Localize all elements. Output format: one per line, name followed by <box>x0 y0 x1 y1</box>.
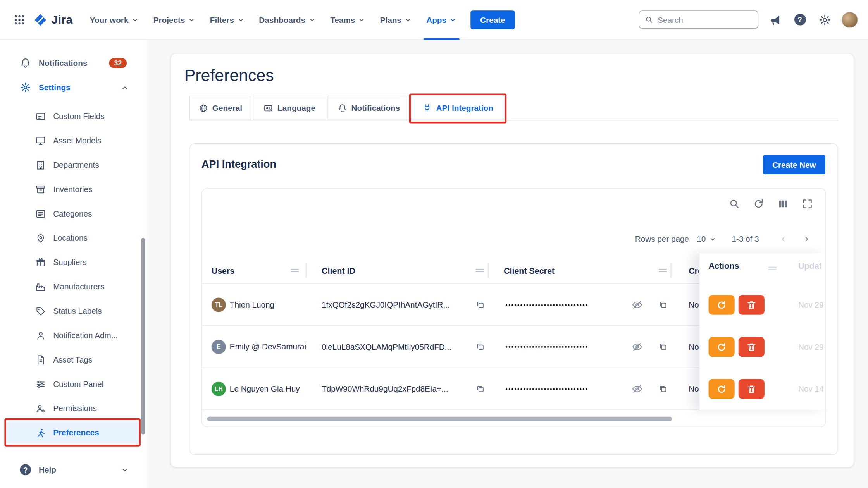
rows-per-page-select[interactable]: 10 <box>697 235 716 244</box>
sidebar-item-notification-admin[interactable]: Notification Adm... <box>0 323 147 347</box>
nav-projects[interactable]: Projects <box>146 0 203 40</box>
sidebar-item-status-labels[interactable]: Status Labels <box>0 299 147 323</box>
sidebar-item-manufacturers[interactable]: Manufacturers <box>0 275 147 299</box>
column-header-users[interactable]: Users <box>212 257 235 284</box>
sidebar-item-permissions[interactable]: Permissions <box>0 396 147 421</box>
tab-language[interactable]: Language <box>253 96 326 120</box>
chevron-down-icon <box>449 16 457 24</box>
previous-page-button[interactable] <box>775 231 791 247</box>
copy-client-id-button[interactable] <box>473 382 486 395</box>
column-resize-handle[interactable] <box>291 268 299 273</box>
navbar-right: ? <box>639 10 868 29</box>
globe-icon <box>198 103 208 112</box>
nav-filters[interactable]: Filters <box>203 0 251 40</box>
custom-fields-icon <box>35 111 46 121</box>
factory-icon <box>35 281 46 292</box>
tab-notifications[interactable]: Notifications <box>328 96 410 120</box>
chevron-left-icon <box>779 235 788 244</box>
copy-icon <box>475 342 484 351</box>
map-pin-icon <box>35 233 46 243</box>
tag-icon <box>35 306 46 316</box>
delete-key-button[interactable] <box>739 379 765 399</box>
table-fullscreen-button[interactable] <box>800 196 814 211</box>
regenerate-key-button[interactable] <box>709 337 735 357</box>
pagination-range: 1-3 of 3 <box>732 235 759 244</box>
nav-teams[interactable]: Teams <box>323 0 373 40</box>
api-integration-section: API Integration Create New <box>189 143 838 455</box>
copy-client-secret-button[interactable] <box>656 340 669 353</box>
gift-icon <box>35 257 46 268</box>
tab-general[interactable]: General <box>189 96 251 120</box>
copy-client-secret-button[interactable] <box>656 298 669 311</box>
reveal-secret-button[interactable] <box>629 339 645 354</box>
chevron-up-icon <box>121 83 129 91</box>
nav-your-work[interactable]: Your work <box>83 0 146 40</box>
delete-key-button[interactable] <box>739 295 765 314</box>
sidebar-item-notifications[interactable]: Notifications 32 <box>0 51 147 75</box>
search-input[interactable] <box>658 15 752 24</box>
top-navbar: Jira Your work Projects Filters Dashboar… <box>0 0 868 40</box>
nav-apps[interactable]: Apps <box>419 0 464 40</box>
copy-icon <box>658 384 667 393</box>
create-button[interactable]: Create <box>471 10 515 29</box>
sidebar-item-categories[interactable]: Categories <box>0 201 147 226</box>
client-secret-mask: •••••••••••••••••••••••••••• <box>505 385 628 392</box>
nav-dashboards[interactable]: Dashboards <box>252 0 323 40</box>
jira-logo[interactable]: Jira <box>33 12 73 27</box>
file-icon <box>35 354 46 365</box>
chevron-right-icon <box>802 235 811 244</box>
reveal-secret-button[interactable] <box>629 381 645 397</box>
section-title: API Integration <box>202 158 276 170</box>
copy-client-id-button[interactable] <box>473 298 486 311</box>
sidebar-item-help[interactable]: ? Help <box>0 457 147 482</box>
sidebar-item-inventories[interactable]: Inventories <box>0 177 147 201</box>
horizontal-scrollbar[interactable] <box>207 417 672 421</box>
regenerate-key-button[interactable] <box>709 295 735 314</box>
refresh-icon <box>716 342 727 352</box>
sidebar-item-custom-fields[interactable]: Custom Fields <box>0 104 147 129</box>
sidebar-item-custom-panel[interactable]: Custom Panel <box>0 372 147 396</box>
sidebar-item-locations[interactable]: Locations <box>0 226 147 250</box>
content-card: Preferences General Language <box>170 53 854 467</box>
tab-api-integration[interactable]: API Integration <box>411 96 504 120</box>
help-button[interactable]: ? <box>792 11 808 28</box>
sidebar-item-departments[interactable]: Departments <box>0 153 147 177</box>
sidebar-item-asset-tags[interactable]: Asset Tags <box>0 347 147 372</box>
caret-down-icon <box>709 235 716 243</box>
nav-plans[interactable]: Plans <box>373 0 419 40</box>
copy-client-id-button[interactable] <box>473 340 486 353</box>
column-header-client-secret[interactable]: Client Secret <box>504 257 555 284</box>
sidebar-item-settings[interactable]: Settings <box>0 75 147 100</box>
sidebar-item-suppliers[interactable]: Suppliers <box>0 250 147 275</box>
grid-icon <box>13 14 25 26</box>
table-refresh-button[interactable] <box>751 196 766 211</box>
client-id-value: 0leLuL8aSXQLAMqPMtIly05RdFD... <box>322 342 451 351</box>
sidebar-scrollbar[interactable] <box>141 238 145 434</box>
delete-key-button[interactable] <box>739 337 765 357</box>
logo-text: Jira <box>52 13 73 26</box>
search-box[interactable] <box>639 10 759 29</box>
client-secret-mask: •••••••••••••••••••••••••••• <box>505 343 628 350</box>
app-switcher-button[interactable] <box>10 10 29 29</box>
regenerate-key-button[interactable] <box>709 379 735 399</box>
create-new-button[interactable]: Create New <box>763 155 825 174</box>
column-header-client-id[interactable]: Client ID <box>322 257 355 284</box>
announcements-button[interactable] <box>767 11 784 28</box>
column-resize-handle[interactable] <box>659 268 667 273</box>
settings-button[interactable] <box>816 11 833 28</box>
copy-client-secret-button[interactable] <box>656 382 669 395</box>
sidebar-item-asset-models[interactable]: Asset Models <box>0 128 147 153</box>
avatar: E <box>212 340 226 354</box>
trash-icon <box>746 384 757 394</box>
page-title: Preferences <box>184 66 274 85</box>
table-search-button[interactable] <box>727 196 741 211</box>
copy-icon <box>475 300 484 309</box>
sidebar-item-preferences[interactable]: Preferences <box>0 421 147 445</box>
person-icon <box>35 330 46 340</box>
profile-button[interactable] <box>841 11 858 28</box>
chevron-down-icon <box>131 16 139 24</box>
next-page-button[interactable] <box>799 231 814 247</box>
table-columns-button[interactable] <box>775 196 790 211</box>
reveal-secret-button[interactable] <box>629 297 645 312</box>
column-resize-handle[interactable] <box>475 268 484 273</box>
